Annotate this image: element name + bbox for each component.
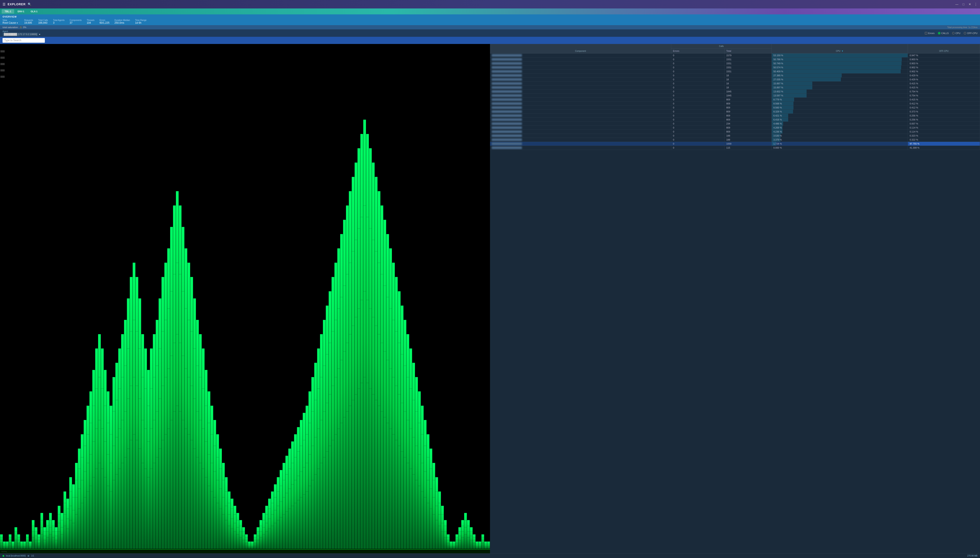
table-panel[interactable]: Component Calls CPU ▼ OFF-CPU Errors Tot… (490, 44, 980, 553)
cell-offcpu: 0.373 % (908, 110, 980, 114)
cell-cpu: 4.236 % (771, 130, 908, 134)
table-row[interactable]: p.████████████████... 0 809 6.421 % 0.25… (490, 114, 980, 118)
cell-component: p.████████████████... (490, 69, 671, 74)
cell-component: p.████████████████... (490, 130, 671, 134)
table-row[interactable]: p.████████████████... 0 809 4.269 % 0.11… (490, 126, 980, 130)
cell-total: 809 (725, 126, 772, 130)
cell-offcpu: 0.902 % (908, 66, 980, 69)
cell-cpu: 50.409 % (771, 69, 908, 74)
cell-errors: 0 (671, 90, 725, 94)
view-select-wrapper[interactable]: Root Cause ▾ (3, 21, 18, 24)
title-bar: ☰ EXPLORER 🔍 — □ ✕ ⋮ (0, 0, 980, 8)
table-header-group: Component Calls CPU ▼ OFF-CPU (490, 44, 980, 49)
col-group-cpu: CPU ▼ (771, 44, 908, 54)
search-icon[interactable]: 🔍 (28, 3, 31, 6)
cell-offcpu: 0.415 % (908, 98, 980, 102)
cell-total: 18 (725, 77, 772, 82)
cell-errors: 0 (671, 54, 725, 57)
table-row[interactable]: p.████████████████... 0 809 8.329 % 0.37… (490, 110, 980, 114)
cell-cpu: 4.269 % (771, 126, 908, 130)
cell-component: p.████████████████... (490, 54, 671, 57)
calls-radio[interactable] (938, 32, 941, 34)
cell-errors: 0 (671, 74, 725, 77)
overview-header: OVERVIEW View Root Cause ▾ Requests 19,6… (0, 15, 980, 25)
filter-calls[interactable]: CALLS (938, 32, 949, 34)
cell-total: 188 (725, 138, 772, 142)
table-row[interactable]: p.████████████████... 0 18 15.897 % 0.41… (490, 85, 980, 90)
cell-offcpu: 0.903 % (908, 61, 980, 66)
agent-select-wrapper[interactable]: ████████ [172.17.0.2:10000] ▾ (3, 33, 40, 36)
table-row[interactable]: p.████████████████... 0 18 27.035 % 0.42… (490, 77, 980, 82)
calls-radio-dot (939, 33, 940, 34)
table-row[interactable]: p.████████████████... 0 18 27.385 % 0.42… (490, 74, 980, 77)
table-row[interactable]: p.████████████████... 0 809 8.568 % 0.41… (490, 102, 980, 106)
cell-errors: 0 (671, 126, 725, 130)
table-row[interactable]: p.████████████████... 0 115 0.000 % 41.3… (490, 146, 980, 150)
view-label: View (3, 19, 18, 21)
cell-offcpu: 0.902 % (908, 69, 980, 74)
cell-component: p.████████████████... (490, 90, 671, 94)
cell-component: p.████████████████... (490, 146, 671, 150)
stat-duration: Duration Median 250.0ms (114, 19, 130, 24)
dropdown-arrow-icon[interactable]: ▾ (17, 22, 18, 24)
view-select-text: Root Cause (3, 21, 16, 24)
tab-env1[interactable]: ENV-1 (15, 9, 27, 13)
cell-cpu: 0.000 % (771, 146, 908, 150)
stat-requests: Requests 19,695 (24, 19, 33, 24)
table-row[interactable]: p.████████████████... 0 18 15.897 % 0.41… (490, 82, 980, 85)
flame-total-text: TOTAL (1, 551, 7, 553)
table-row[interactable]: p.████████████████... 0 1845 13.602 % 0.… (490, 90, 980, 94)
cell-cpu: 1.728 % (771, 142, 908, 146)
maximize-button[interactable]: □ (961, 2, 965, 7)
table-row[interactable]: p.████████████████... 0 1000 1.728 % 97.… (490, 142, 980, 146)
table-row[interactable]: p.████████████████... 0 809 6.416 % 0.25… (490, 118, 980, 122)
filter-offcpu[interactable]: OFF-CPU (964, 32, 977, 34)
table-row[interactable]: p.████████████████... 0 1551 50.574 % 0.… (490, 66, 980, 69)
cell-cpu: 15.897 % (771, 85, 908, 90)
cell-total: 1579 (725, 54, 772, 57)
minimize-button[interactable]: — (954, 2, 960, 7)
cpu-radio[interactable] (952, 32, 955, 34)
table-row[interactable]: p.████████████████... 0 1579 53.150 % 0.… (490, 54, 980, 57)
table-row[interactable]: p.████████████████... 0 234 4.486 % 0.00… (490, 122, 980, 126)
tab-glx1[interactable]: GLX-1 (28, 9, 40, 13)
overview-title: OVERVIEW (3, 15, 977, 18)
table-row[interactable]: p.████████████████... 0 188 3.379 % 0.32… (490, 138, 980, 142)
agent-dropdown-arrow-icon[interactable]: ▾ (39, 33, 40, 36)
filter-cpu[interactable]: CPU (952, 32, 960, 34)
stat-total-agents-label: Total Agents (53, 19, 64, 21)
table-row[interactable]: p.████████████████... 0 1551 50.409 % 0.… (490, 69, 980, 74)
cell-total: 1551 (725, 66, 772, 69)
filter-errors[interactable]: Errors (925, 32, 934, 34)
table-row[interactable]: p.████████████████... 0 809 4.236 % 0.11… (490, 130, 980, 134)
cell-errors: 0 (671, 146, 725, 150)
close-button[interactable]: ✕ (967, 2, 972, 7)
main-content: TOTAL Component Calls CPU ▼ OFF-CPU Erro… (0, 44, 980, 553)
table-row[interactable]: p.████████████████... 0 1551 50.786 % 0.… (490, 57, 980, 61)
cell-component: p.████████████████... (490, 98, 671, 102)
stat-total-calls: Total Calls 166,943 (38, 19, 48, 24)
table-row[interactable]: p.████████████████... 0 1551 50.749 % 0.… (490, 61, 980, 66)
search-input[interactable] (3, 38, 45, 43)
more-icon[interactable]: ⋮ (974, 2, 977, 7)
tab-tbl1[interactable]: TBL-1 (2, 9, 14, 13)
table-row[interactable]: p.████████████████... 0 1845 13.597 % 0.… (490, 94, 980, 98)
hamburger-icon[interactable]: ☰ (3, 2, 5, 7)
stat-components-label: Components (69, 19, 82, 21)
cell-component: p.████████████████... (490, 114, 671, 118)
cell-cpu: 4.486 % (771, 122, 908, 126)
errors-checkbox[interactable] (925, 32, 927, 34)
saturation-info: total saturation: ⚠ 0% (3, 26, 26, 29)
offcpu-radio[interactable] (964, 32, 966, 34)
cell-errors: 0 (671, 142, 725, 146)
stat-time-range-label: Time Range (135, 19, 146, 21)
table-row[interactable]: p.████████████████... 0 188 3.530 % 0.32… (490, 134, 980, 138)
stat-errors: Errors 60/1,225 (100, 19, 110, 24)
cell-component: p.████████████████... (490, 102, 671, 106)
flame-panel[interactable]: TOTAL (0, 44, 490, 553)
cell-offcpu: 0.903 % (908, 57, 980, 61)
cell-errors: 0 (671, 57, 725, 61)
cell-component: p.████████████████... (490, 74, 671, 77)
table-row[interactable]: p.████████████████... 0 809 8.779 % 0.41… (490, 98, 980, 102)
table-row[interactable]: p.████████████████... 0 809 8.560 % 0.41… (490, 106, 980, 110)
